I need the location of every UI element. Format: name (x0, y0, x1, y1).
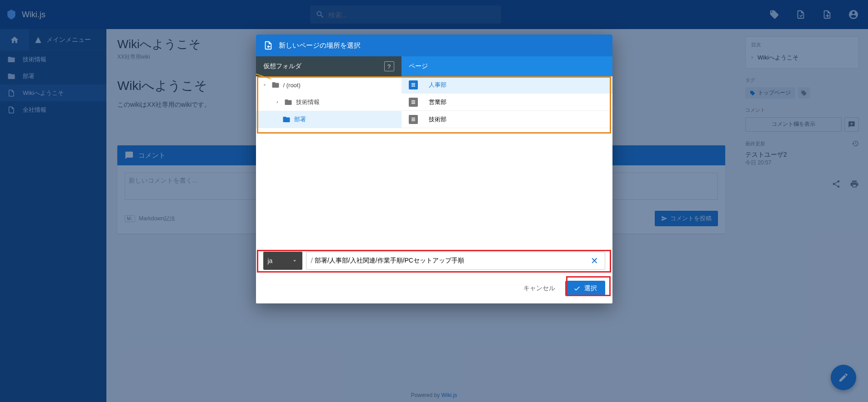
page-item-sales[interactable]: 営業部 (401, 94, 612, 111)
path-input-container: / ✕ (306, 252, 605, 270)
page-location-dialog: 既に登録済みの記事のフォルダ 新しいページの場所を選択 仮想フォルダ ? / (… (256, 35, 612, 303)
tree-folder-tech[interactable]: 技術情報 (256, 94, 401, 111)
page-list: 人事部 営業部 技術部 (401, 76, 612, 244)
page-label: 技術部 (429, 115, 447, 124)
tree-label: 部署 (294, 115, 306, 124)
page-icon (411, 82, 416, 88)
folder-tree: / (root) 技術情報 部署 (256, 76, 401, 244)
folders-header: 仮想フォルダ (263, 62, 301, 70)
check-icon (573, 285, 581, 292)
move-page-icon (263, 40, 273, 50)
modal-overlay[interactable]: 既に登録済みの記事のフォルダ 新しいページの場所を選択 仮想フォルダ ? / (… (0, 0, 868, 402)
pages-header: ページ (409, 62, 428, 70)
tree-folder-dept[interactable]: 部署 (256, 111, 401, 128)
page-label: 人事部 (429, 81, 447, 89)
cancel-button[interactable]: キャンセル (519, 281, 560, 296)
page-item-hr[interactable]: 人事部 (401, 76, 612, 94)
folder-icon (271, 81, 280, 89)
language-select[interactable]: ja (263, 252, 302, 270)
page-icon (411, 99, 416, 105)
folder-icon (284, 98, 292, 106)
path-input[interactable] (315, 257, 589, 264)
page-label: 営業部 (429, 98, 447, 106)
chevron-right-icon (275, 99, 280, 105)
page-icon (411, 117, 416, 122)
select-button[interactable]: 選択 (565, 281, 605, 296)
tree-root[interactable]: / (root) (256, 76, 401, 94)
chevron-down-icon (262, 82, 267, 88)
tree-label: 技術情報 (296, 98, 320, 106)
dropdown-icon (291, 258, 298, 264)
tree-label: / (root) (283, 82, 301, 89)
folder-icon (282, 115, 291, 124)
language-value: ja (268, 257, 273, 264)
folders-help-button[interactable]: ? (384, 61, 394, 71)
page-item-tech[interactable]: 技術部 (401, 111, 612, 128)
clear-path-button[interactable]: ✕ (589, 255, 600, 266)
dialog-title: 新しいページの場所を選択 (279, 41, 361, 50)
